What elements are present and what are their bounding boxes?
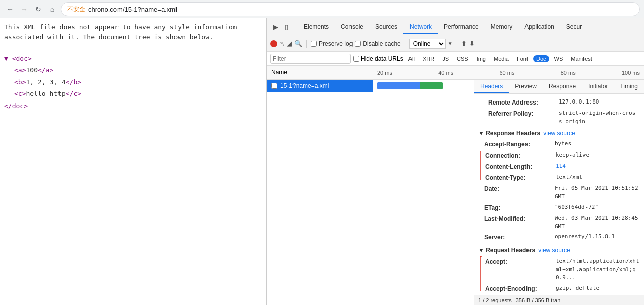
timeline-header-row: Name 20 ms 40 ms 60 ms 80 ms 100 ms xyxy=(267,66,644,80)
xml-content: ▼ <doc> <a>100</a> <b>1, 2, 3, 4</b> <c>… xyxy=(4,53,262,112)
toolbar-separator-2 xyxy=(405,40,405,48)
referrer-policy-label: Referrer Policy: xyxy=(488,109,559,126)
request-headers-label: ▼ Request Headers xyxy=(478,247,535,254)
filter-css[interactable]: CSS xyxy=(454,55,472,62)
referrer-policy-row: Referrer Policy: strict-origin-when-cros… xyxy=(478,108,640,127)
tab-console[interactable]: Console xyxy=(335,20,369,34)
download-icon[interactable]: ⬇ xyxy=(469,40,475,47)
response-view-source[interactable]: view source xyxy=(543,130,575,137)
devtools-icons: ▶ ▯ xyxy=(269,23,294,32)
resp-server: Server: openresty/1.15.8.1 xyxy=(474,232,644,243)
marker-80ms: 80 ms xyxy=(561,70,576,76)
filter-font[interactable]: Font xyxy=(514,55,531,62)
device-icon[interactable]: ▯ xyxy=(282,23,291,32)
remote-address-value: 127.0.0.1:80 xyxy=(559,98,599,107)
tab-security[interactable]: Secur xyxy=(560,20,588,34)
marker-40ms: 40 ms xyxy=(438,70,453,76)
remote-address-row: Remote Address: 127.0.0.1:80 xyxy=(478,97,640,108)
request-header-rows: Accept: text/html,application/xhtml+xml,… xyxy=(474,256,644,295)
details-tabs: Headers Preview Response Initiator Timin… xyxy=(474,80,644,94)
security-warning: 不安全 xyxy=(67,5,85,14)
filter-all[interactable]: All xyxy=(405,55,418,62)
preserve-log-checkbox[interactable] xyxy=(311,41,317,47)
xml-notice: This XML file does not appear to have an… xyxy=(4,22,262,46)
resp-connection: Connection: keep-alive xyxy=(474,150,644,161)
preserve-log-label[interactable]: Preserve log xyxy=(311,40,353,47)
transfer-size: 356 B / 356 B tran xyxy=(516,297,561,303)
filter-xhr[interactable]: XHR xyxy=(420,55,437,62)
req-accept: Accept: text/html,application/xhtml+xml,… xyxy=(474,256,644,283)
xml-panel: This XML file does not appear to have an… xyxy=(0,18,267,305)
resp-last-modified: Last-Modified: Wed, 03 Mar 2021 10:28:45… xyxy=(474,213,644,232)
name-col-header: Name xyxy=(267,66,373,79)
details-content: Remote Address: 127.0.0.1:80 Referrer Po… xyxy=(474,94,644,295)
details-tab-timing[interactable]: Timing xyxy=(614,80,644,93)
filter-manifest[interactable]: Manifest xyxy=(568,55,595,62)
item-name: 15-1?name=a.xml xyxy=(280,82,329,89)
details-tab-response[interactable]: Response xyxy=(543,80,582,93)
resp-content-length: Content-Length: 114 xyxy=(474,161,644,172)
marker-60ms: 60 ms xyxy=(499,70,514,76)
network-item-selected[interactable]: 15-1?name=a.xml xyxy=(267,80,373,92)
item-checkbox[interactable] xyxy=(271,83,277,89)
filter-bar: Hide data URLs All XHR JS CSS Img Media … xyxy=(267,52,644,66)
hide-data-urls-checkbox[interactable] xyxy=(353,56,359,62)
remote-address-label: Remote Address: xyxy=(488,98,559,107)
forward-button[interactable]: → xyxy=(18,3,30,15)
address-bar[interactable]: 不安全 chrono.com/15-1?name=a.xml xyxy=(61,2,640,16)
inspect-icon[interactable]: ▶ xyxy=(271,23,280,32)
filter-icon[interactable]: ◢ xyxy=(287,40,292,47)
marker-20ms: 20 ms xyxy=(377,70,392,76)
xml-line-2: <a>100</a> xyxy=(14,64,262,76)
response-headers-label: ▼ Response Headers xyxy=(478,130,540,137)
reload-button[interactable]: ↻ xyxy=(32,3,44,15)
throttle-dropdown-icon: ▼ xyxy=(448,41,453,46)
disable-cache-checkbox[interactable] xyxy=(355,41,361,47)
throttle-select[interactable]: Online Fast 3G Slow 3G Offline xyxy=(409,39,446,49)
hide-data-urls-label[interactable]: Hide data URLs xyxy=(353,55,403,62)
tab-network[interactable]: Network xyxy=(403,20,438,34)
xml-line-4: <c>hello http</c> xyxy=(14,88,262,99)
filter-input[interactable] xyxy=(270,54,351,64)
response-headers-title[interactable]: ▼ Response Headers view source xyxy=(474,128,644,139)
marker-100ms: 100 ms xyxy=(622,70,640,76)
browser-chrome: ← → ↻ ⌂ 不安全 chrono.com/15-1?name=a.xml xyxy=(0,0,644,18)
request-headers-section: ▼ Request Headers view source Accept: xyxy=(474,245,644,295)
search-icon[interactable]: 🔍 xyxy=(294,40,302,47)
upload-icon[interactable]: ⬆ xyxy=(461,40,467,47)
response-header-rows: Accept-Ranges: bytes Connection: keep-al… xyxy=(474,139,644,243)
network-rows-area: 15-1?name=a.xml Headers Preview Response xyxy=(267,80,644,305)
details-tab-initiator[interactable]: Initiator xyxy=(582,80,614,93)
tab-elements[interactable]: Elements xyxy=(298,20,335,34)
resp-etag: ETag: "603f64dd-72" xyxy=(474,202,644,213)
filter-js[interactable]: JS xyxy=(439,55,452,62)
filter-doc[interactable]: Doc xyxy=(533,55,549,62)
clear-button[interactable]: ␡ xyxy=(279,39,285,48)
bracket-svg-response xyxy=(478,151,483,180)
details-tab-preview[interactable]: Preview xyxy=(509,80,543,93)
tab-performance[interactable]: Performance xyxy=(438,20,485,34)
tab-memory[interactable]: Memory xyxy=(485,20,518,34)
toolbar-separator-1 xyxy=(306,40,307,48)
record-button[interactable] xyxy=(270,40,277,47)
filter-img[interactable]: Img xyxy=(474,55,489,62)
network-body: Name 20 ms 40 ms 60 ms 80 ms 100 ms 15-1… xyxy=(267,66,644,305)
req-accept-encoding: Accept-Encoding: gzip, deflate xyxy=(474,283,644,294)
request-headers-title[interactable]: ▼ Request Headers view source xyxy=(474,245,644,256)
filter-media[interactable]: Media xyxy=(491,55,512,62)
home-button[interactable]: ⌂ xyxy=(46,3,58,15)
tab-application[interactable]: Application xyxy=(518,20,560,34)
devtools-tabs: ▶ ▯ Elements Console Sources Network Per… xyxy=(267,18,644,36)
tab-sources[interactable]: Sources xyxy=(369,20,403,34)
request-view-source[interactable]: view source xyxy=(538,247,570,254)
resp-accept-ranges: Accept-Ranges: bytes xyxy=(474,139,644,150)
details-tab-headers[interactable]: Headers xyxy=(474,80,509,93)
nav-bar: ← → ↻ ⌂ 不安全 chrono.com/15-1?name=a.xml xyxy=(0,0,644,18)
timeline-bar xyxy=(377,82,443,89)
disable-cache-label[interactable]: Disable cache xyxy=(355,40,400,47)
timeline-ruler: 20 ms 40 ms 60 ms 80 ms 100 ms xyxy=(373,66,644,79)
main-content: This XML file does not appear to have an… xyxy=(0,18,644,305)
xml-line-3: <b>1, 2, 3, 4</b> xyxy=(14,76,262,88)
filter-ws[interactable]: WS xyxy=(551,55,566,62)
back-button[interactable]: ← xyxy=(4,3,16,15)
